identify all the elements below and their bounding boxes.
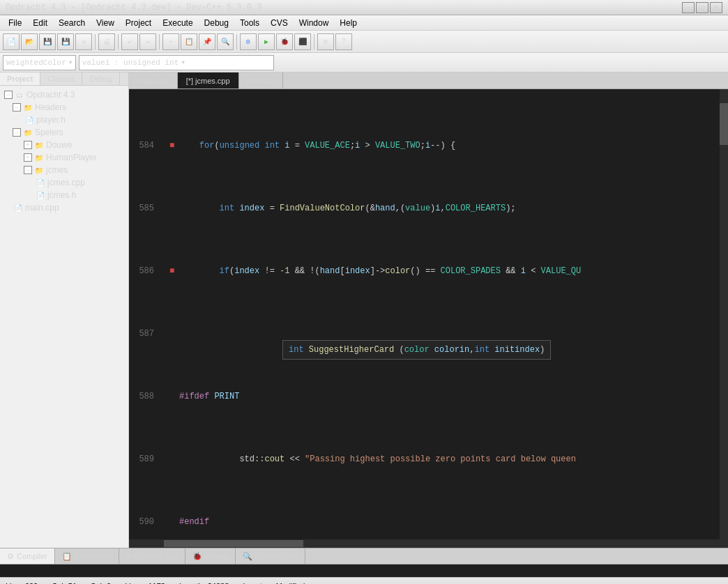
scrollbar-thumb[interactable] [720, 103, 728, 145]
tab-compilelog[interactable]: ✔ Compile Log [119, 548, 186, 564]
menu-project[interactable]: Project [120, 17, 157, 29]
expand-douwe[interactable]: + [24, 141, 32, 149]
menu-file[interactable]: File [3, 17, 27, 29]
folder-icon-douwe: 📁 [33, 139, 45, 151]
line-584: 584 ■ for(unsigned int i = VALUE_ACE;i >… [135, 139, 722, 152]
code-content[interactable]: 584 ■ for(unsigned int i = VALUE_ACE;i >… [129, 89, 728, 539]
tab-maincpp[interactable]: main.cpp [129, 72, 178, 89]
minimize-button[interactable]: − [682, 2, 695, 13]
copy-button[interactable]: 📋 [181, 33, 197, 50]
run-button[interactable]: ▶ [258, 33, 275, 50]
redo-button[interactable]: ↪ [139, 33, 156, 50]
tab-debug[interactable]: Debug [82, 72, 119, 85]
expand-humanplayer[interactable]: + [24, 153, 32, 162]
tree-maincpp[interactable]: 📄 main.cpp [1, 201, 127, 214]
folder-icon-headers: 📁 [22, 102, 33, 113]
menu-help[interactable]: Help [334, 17, 363, 29]
tree-jcmesh[interactable]: 📄 jcmes.h [1, 189, 127, 201]
help-button2[interactable]: ? [335, 33, 352, 50]
vertical-scrollbar[interactable] [720, 89, 728, 539]
line-589: 589 std::cout << "Passing highest possib… [135, 453, 722, 466]
sep2 [118, 34, 119, 49]
tree-spelers[interactable]: − 📁 Spelers [1, 126, 127, 139]
undo-button[interactable]: ↩ [121, 33, 138, 50]
paste-button[interactable]: 📌 [199, 33, 215, 50]
menu-search[interactable]: Search [53, 17, 91, 29]
sep4 [236, 34, 237, 49]
tree-root-label: Opdracht 4.3 [26, 90, 75, 100]
expand-spelers[interactable]: − [13, 128, 21, 137]
tab-resources[interactable]: 📋 Resources [55, 548, 119, 564]
col-val: 51 [68, 582, 77, 585]
tab-classes[interactable]: Classes [40, 72, 82, 85]
h-scrollbar-thumb[interactable] [164, 540, 303, 547]
status-bar: Line: 602 Col: 51 Sel: 0 Lines: 1173 Len… [0, 577, 728, 584]
code-editor: 584 ■ for(unsigned int i = VALUE_ACE;i >… [129, 89, 728, 548]
save-button[interactable]: 💾 [39, 33, 56, 50]
variable-dropdown[interactable]: value1 : unsigned int ▼ [79, 55, 274, 70]
new-button[interactable]: 📄 [3, 33, 20, 50]
sidebar: Project Classes Debug − 🗂 Opdracht 4.3 −… [0, 72, 129, 548]
bp-584: ■ [169, 141, 174, 151]
tree-root[interactable]: − 🗂 Opdracht 4.3 [1, 89, 127, 101]
menu-cvs[interactable]: CVS [265, 17, 294, 29]
line-588: 588 #ifdef PRINT [135, 390, 722, 403]
project-tree: − 🗂 Opdracht 4.3 − 📁 Headers 📄 player.h … [0, 86, 128, 543]
tree-douwe[interactable]: + 📁 Douwe [1, 139, 127, 151]
compiler-icon: ⚙ [7, 552, 14, 561]
status-lines: Lines: 1173 [125, 582, 165, 585]
file-icon-jcmesh: 📄 [35, 190, 46, 201]
autocomplete-popup: int SuggestHigherCard (color colorin,int… [282, 340, 551, 360]
tree-headers[interactable]: − 📁 Headers [1, 101, 127, 114]
variable-dropdown-arrow: ▼ [181, 59, 185, 66]
tab-jcmesh[interactable]: jcmes.h [239, 72, 283, 89]
horizontal-scrollbar[interactable] [129, 539, 728, 548]
project-icon: 🗂 [14, 89, 25, 100]
settings-button[interactable]: ⚙ [317, 33, 334, 50]
tab-project[interactable]: Project [0, 72, 40, 85]
tab-compiler[interactable]: ⚙ Compiler [0, 548, 55, 564]
menu-view[interactable]: View [91, 17, 120, 29]
folder-icon-jcmes: 📁 [33, 164, 45, 176]
folder-icon-humanplayer: 📁 [33, 152, 45, 163]
stop-button[interactable]: ⬛ [294, 33, 311, 50]
expand-root[interactable]: − [4, 91, 13, 99]
open-button[interactable]: 📂 [21, 33, 38, 50]
tab-debug-bottom[interactable]: 🐞 Debug [185, 548, 235, 564]
status-mode: Insert [243, 582, 262, 585]
tree-jcmescpp-label: jcmes.cpp [47, 178, 85, 187]
tree-douwe-label: Douwe [46, 140, 72, 150]
close-button2[interactable]: ✕ [75, 33, 92, 50]
expand-headers[interactable]: − [13, 103, 21, 112]
debug-button[interactable]: 🐞 [276, 33, 293, 50]
maximize-button[interactable]: □ [696, 2, 708, 13]
cut-button[interactable]: ✂ [162, 33, 179, 50]
menu-edit[interactable]: Edit [27, 17, 53, 29]
close-button[interactable]: ✕ [710, 2, 722, 13]
col-label: Col: [52, 582, 66, 585]
menu-execute[interactable]: Execute [157, 17, 198, 29]
tree-humanplayer[interactable]: + 📁 HumanPlayer [1, 151, 127, 164]
tree-jcmescpp[interactable]: 📄 jcmes.cpp [1, 176, 127, 189]
title-text: Opdracht 4.3 - [Opdracht 4.3.dev] - Dev-… [6, 3, 261, 13]
line-587: 587 [135, 328, 722, 340]
menu-debug[interactable]: Debug [199, 17, 234, 29]
menu-tools[interactable]: Tools [234, 17, 265, 29]
code-scroll[interactable]: 584 ■ for(unsigned int i = VALUE_ACE;i >… [129, 89, 728, 539]
tab-jcmescpp[interactable]: [*] jcmes.cpp [178, 72, 239, 89]
status-line: Line: 602 [6, 582, 38, 585]
menu-window[interactable]: Window [294, 17, 335, 29]
tab-findresults[interactable]: 🔍 Find Results [236, 548, 305, 564]
line-585: 585 int index = FindValueNotColor(&hand,… [135, 202, 722, 215]
file-icon-maincpp: 📄 [13, 202, 24, 213]
tree-jcmes[interactable]: − 📁 jcmes [1, 164, 127, 176]
status-sel: Sel: 0 [91, 582, 111, 585]
save-all-button[interactable]: 💾 [57, 33, 74, 50]
scope-dropdown[interactable]: WeightedColor ▼ [3, 55, 76, 70]
editor-tabs: main.cpp [*] jcmes.cpp jcmes.h [129, 72, 728, 89]
tree-playerh[interactable]: 📄 player.h [1, 114, 127, 126]
find-button[interactable]: 🔍 [217, 33, 234, 50]
compile-button[interactable]: ⚙ [240, 33, 257, 50]
print-button[interactable]: 🖨 [98, 33, 115, 50]
expand-jcmes[interactable]: − [24, 166, 32, 174]
